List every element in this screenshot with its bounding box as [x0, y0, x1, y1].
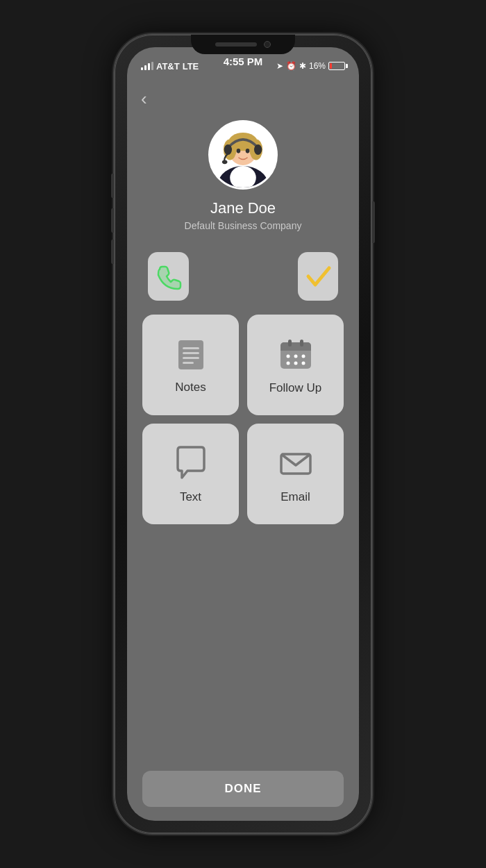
- camera: [264, 41, 271, 48]
- signal-bars: [141, 62, 153, 70]
- signal-bar-4: [151, 62, 153, 70]
- bluetooth-icon: ✱: [299, 61, 306, 71]
- alarm-icon: ⏰: [286, 61, 296, 71]
- svg-rect-13: [183, 347, 199, 349]
- svg-rect-21: [300, 340, 303, 347]
- battery-percent: 16%: [309, 61, 326, 71]
- phone-icon: [153, 261, 183, 292]
- avatar: [208, 120, 278, 190]
- grid-buttons: Notes: [127, 308, 359, 531]
- followup-label: Follow Up: [269, 381, 322, 395]
- status-left: AT&T LTE: [141, 61, 199, 72]
- avatar-image: [210, 120, 276, 190]
- app-content: ‹: [127, 78, 359, 821]
- network-label: LTE: [183, 61, 199, 72]
- svg-rect-16: [183, 362, 194, 364]
- notch: [191, 35, 295, 54]
- notes-label: Notes: [175, 381, 206, 394]
- top-actions: [127, 245, 359, 308]
- chat-icon: [172, 444, 210, 482]
- time-label: 4:55 PM: [224, 56, 263, 67]
- email-label: Email: [280, 490, 310, 504]
- svg-point-7: [224, 144, 232, 155]
- svg-point-8: [254, 144, 262, 155]
- svg-point-23: [294, 354, 297, 358]
- text-button[interactable]: Text: [142, 424, 239, 524]
- speaker: [215, 42, 257, 47]
- signal-bar-1: [141, 67, 143, 70]
- followup-button[interactable]: Follow Up: [247, 315, 344, 415]
- notes-button[interactable]: Notes: [142, 315, 239, 415]
- location-icon: ➤: [276, 61, 283, 71]
- done-label: DONE: [224, 782, 261, 796]
- call-button[interactable]: [148, 252, 189, 301]
- svg-rect-19: [280, 347, 311, 351]
- battery-indicator: [328, 62, 345, 70]
- signal-bar-3: [148, 63, 150, 70]
- email-button[interactable]: Email: [247, 424, 344, 524]
- svg-point-24: [301, 354, 305, 358]
- envelope-icon: [277, 444, 315, 482]
- phone-shell: AT&T LTE 4:55 PM ➤ ⏰ ✱ 16% ‹: [115, 35, 371, 833]
- signal-bar-2: [144, 65, 146, 70]
- checkmark-icon: [303, 261, 333, 292]
- svg-point-26: [294, 361, 297, 365]
- svg-rect-12: [178, 340, 203, 369]
- battery-fill: [330, 63, 332, 69]
- done-button[interactable]: DONE: [142, 771, 344, 807]
- back-chevron-icon: ‹: [141, 88, 147, 110]
- svg-point-27: [301, 361, 305, 365]
- text-label: Text: [180, 490, 201, 504]
- screen: AT&T LTE 4:55 PM ➤ ⏰ ✱ 16% ‹: [127, 47, 359, 821]
- notes-icon: [173, 336, 209, 372]
- calendar-icon: [277, 335, 315, 373]
- svg-point-9: [222, 160, 228, 165]
- svg-rect-14: [183, 352, 199, 354]
- contact-section: Jane Doe Default Business Company: [127, 113, 359, 245]
- back-button[interactable]: ‹: [127, 85, 359, 113]
- svg-point-10: [237, 149, 241, 153]
- svg-rect-20: [288, 340, 292, 347]
- contact-name: Jane Doe: [210, 199, 276, 217]
- check-button[interactable]: [298, 252, 339, 301]
- status-right: ➤ ⏰ ✱ 16%: [276, 61, 345, 71]
- svg-point-2: [230, 166, 256, 190]
- svg-rect-15: [183, 357, 199, 359]
- carrier-label: AT&T: [156, 61, 180, 72]
- contact-company: Default Business Company: [185, 220, 302, 231]
- svg-point-11: [246, 149, 250, 153]
- spacer: [203, 252, 284, 301]
- done-section: DONE: [127, 761, 359, 821]
- svg-point-22: [286, 354, 290, 358]
- svg-point-25: [286, 361, 290, 365]
